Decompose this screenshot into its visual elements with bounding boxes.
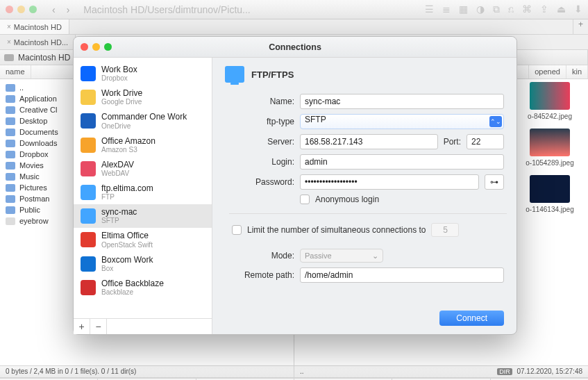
status-left: 0 bytes / 2,4 MB in 0 / 1 file(s). 0 / 1… — [0, 366, 294, 377]
download-icon[interactable]: ⬇ — [574, 3, 582, 15]
folder-icon — [6, 184, 15, 192]
connection-item[interactable]: sync-macSFTP — [74, 204, 212, 228]
login-input[interactable] — [300, 154, 504, 170]
connection-item[interactable]: Commander One WorkOneDrive — [74, 109, 212, 133]
tab-bar: × Macintosh HD + — [0, 19, 588, 35]
tab-label: Macintosh HD... — [14, 38, 68, 47]
connection-name: Work Box — [101, 65, 137, 74]
connection-item[interactable]: Work BoxDropbox — [74, 62, 212, 85]
connection-subtype: WebDAV — [101, 170, 134, 177]
queue-icon[interactable]: ⧉ — [493, 3, 500, 15]
connection-name: Office Amazon — [101, 137, 156, 146]
folder-icon — [6, 84, 15, 92]
file-name: eyebrow — [19, 217, 49, 225]
right-file-list[interactable]: o-845242.jpego-1054289.jpego-1146134.jpe… — [512, 79, 588, 219]
dialog-zoom-icon[interactable] — [104, 43, 112, 51]
connection-icon — [81, 256, 96, 272]
col-opened[interactable]: opened — [529, 65, 566, 79]
archive-icon[interactable]: ⇪ — [540, 3, 548, 15]
zoom-window-icon[interactable] — [29, 6, 37, 13]
path-title: Macintosh HD/Users/dimtrunov/Pictu... — [83, 4, 250, 15]
thumbnail-image — [530, 129, 570, 156]
processes-icon[interactable]: ⎌ — [508, 3, 514, 15]
left-tab-0[interactable]: × Macintosh HD — [0, 19, 69, 34]
left-tab-1[interactable]: × Macintosh HD... — [0, 35, 76, 49]
window-traffic-lights[interactable] — [6, 6, 37, 13]
nav-forward-icon[interactable]: › — [64, 4, 73, 15]
folder-icon — [6, 195, 15, 203]
connection-name: Boxcom Work — [101, 256, 153, 265]
dialog-close-icon[interactable] — [81, 43, 88, 51]
connection-item[interactable]: Office BackblazeBackblaze — [74, 276, 212, 299]
ftp-type-select[interactable]: SFTP ⌃⌄ — [300, 114, 504, 129]
col-name[interactable]: name — [0, 65, 31, 79]
mount-icon[interactable]: ⏏ — [557, 3, 566, 15]
label-server: Server: — [232, 137, 294, 147]
thumbnail-image — [530, 82, 570, 110]
connection-name: AlexDAV — [101, 160, 134, 170]
limit-checkbox[interactable] — [232, 225, 242, 235]
connection-item[interactable]: AlexDAVWebDAV — [74, 157, 212, 181]
close-window-icon[interactable] — [6, 6, 13, 13]
connection-icon — [81, 280, 96, 295]
add-tab-button[interactable]: + — [573, 19, 588, 34]
connection-name: Eltima Office — [101, 231, 153, 240]
connection-item[interactable]: Boxcom WorkBox — [74, 252, 212, 276]
nav-back-icon[interactable]: ‹ — [49, 4, 58, 15]
connection-item[interactable]: Work DriveGoogle Drive — [74, 85, 212, 109]
remote-path-input[interactable] — [300, 267, 504, 283]
connection-item[interactable]: Office AmazonAmazon S3 — [74, 133, 212, 157]
port-input[interactable] — [467, 134, 504, 149]
connection-item[interactable]: Eltima OfficeOpenStack Swift — [74, 228, 212, 251]
file-name: Downloads — [19, 139, 57, 147]
thumbnail-image — [530, 175, 570, 203]
label-ftp-type: ftp-type — [232, 117, 294, 126]
dialog-minimize-icon[interactable] — [92, 43, 100, 51]
close-tab-icon[interactable]: × — [7, 23, 11, 31]
label-limit: Limit the number of simultaneous connect… — [247, 225, 426, 235]
col-kind[interactable]: kin — [566, 65, 588, 79]
remove-connection-button[interactable]: − — [90, 319, 107, 334]
thumbnail-caption: o-845242.jpeg — [526, 113, 573, 120]
folder-icon — [6, 95, 15, 103]
mode-value: Passive — [305, 251, 332, 260]
name-input[interactable] — [300, 94, 504, 109]
window-toolbar: ‹ › Macintosh HD/Users/dimtrunov/Pictu..… — [0, 0, 588, 19]
add-connection-button[interactable]: + — [74, 319, 90, 334]
view-columns-icon[interactable]: ≣ — [442, 3, 451, 15]
minimize-window-icon[interactable] — [17, 6, 25, 13]
connection-name: Office Backblaze — [101, 279, 164, 288]
close-tab-icon[interactable]: × — [7, 38, 11, 46]
reveal-password-button[interactable]: ⊶ — [485, 174, 504, 190]
folder-icon — [6, 129, 15, 136]
thumbnail-caption: o-1054289.jpeg — [524, 159, 576, 167]
file-name: Creative Cl — [19, 106, 57, 114]
connection-list[interactable]: Work BoxDropboxWork DriveGoogle DriveCom… — [74, 58, 212, 318]
dialog-traffic-lights[interactable] — [81, 43, 112, 51]
connection-icon — [81, 232, 96, 247]
hidden-toggle-icon[interactable]: ◑ — [476, 3, 485, 15]
view-list-icon[interactable]: ☰ — [425, 3, 434, 15]
thumbnail-item[interactable]: o-845242.jpeg — [512, 79, 588, 120]
connection-subtype: OneDrive — [101, 122, 187, 130]
file-name: Music — [19, 172, 40, 181]
anonymous-checkbox[interactable] — [300, 195, 310, 204]
label-anonymous: Anonymous login — [315, 195, 379, 204]
view-grid-icon[interactable]: ▦ — [459, 3, 468, 15]
thumbnail-item[interactable]: o-1146134.jpeg — [512, 172, 588, 213]
connection-icon — [81, 185, 96, 200]
panel-title: FTP/FTPS — [251, 69, 294, 80]
file-name: Dropbox — [19, 150, 49, 158]
connect-button[interactable]: Connect — [439, 311, 504, 326]
thumbnail-item[interactable]: o-1054289.jpeg — [512, 126, 588, 167]
password-input[interactable] — [300, 174, 479, 190]
thumbnail-caption: o-1146134.jpeg — [524, 206, 576, 213]
server-input[interactable] — [300, 134, 438, 149]
connection-item[interactable]: ftp.eltima.comFTP — [74, 181, 212, 204]
terminal-icon[interactable]: ⌘ — [522, 3, 532, 15]
connection-subtype: Dropbox — [101, 74, 137, 82]
connections-dialog: Connections Work BoxDropboxWork DriveGoo… — [73, 36, 517, 335]
connection-subtype: Box — [101, 265, 153, 272]
dir-badge: DIR — [497, 368, 512, 375]
status-right-date: 07.12.2020, 15:27:48 — [516, 367, 582, 375]
